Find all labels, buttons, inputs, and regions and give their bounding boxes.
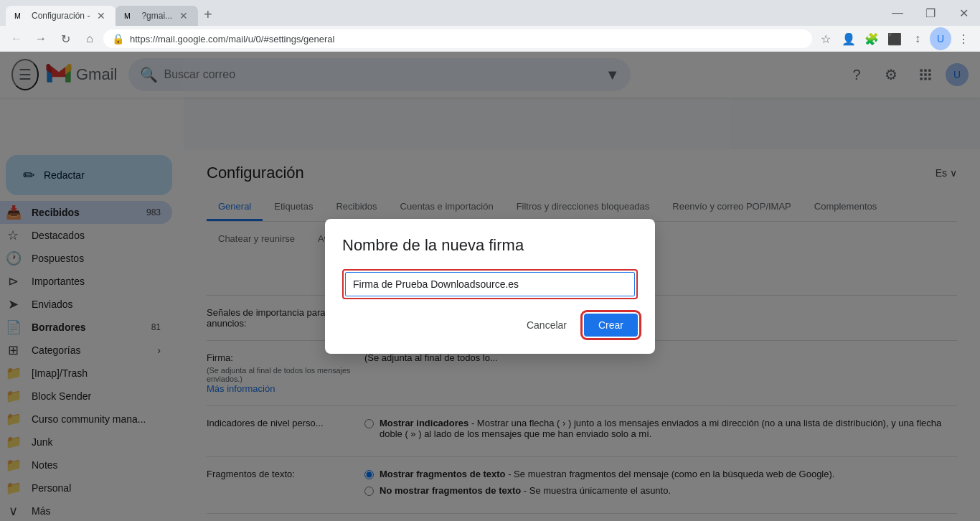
new-tab-button[interactable]: + [198,6,218,23]
maximize-button[interactable]: ❐ [914,0,947,26]
firma-name-input[interactable] [345,272,635,296]
bookmark-button[interactable]: ☆ [815,28,837,50]
dialog-title: Nombre de la nueva firma [342,236,638,255]
tab-close-2[interactable]: ✕ [178,10,189,22]
tab-gmail[interactable]: M ?gmai... ✕ [116,6,198,26]
create-button[interactable]: Crear [584,314,638,337]
reload-button[interactable]: ↻ [55,28,76,50]
tab-title-1: Configuración - [32,11,90,21]
window-controls: — ❐ ✕ [881,0,980,26]
back-button[interactable]: ← [6,28,27,50]
tab-close-1[interactable]: ✕ [95,10,107,22]
user-avatar-button[interactable]: U [930,28,951,50]
dialog-actions: Cancelar Crear [342,314,638,337]
svg-text:M: M [14,11,21,20]
tab-configuracion[interactable]: M Configuración - ✕ [6,6,116,26]
address-url: https://mail.google.com/mail/u/0/#settin… [130,34,804,44]
close-button[interactable]: ✕ [947,0,980,26]
dialog-input-wrapper [342,269,638,299]
browser-avatar: U [930,27,951,50]
tab-favicon-2: M [124,10,136,22]
forward-button[interactable]: → [30,28,52,50]
svg-text:M: M [124,11,131,20]
dialog-overlay: Nombre de la nueva firma Cancelar Crear [0,52,980,521]
extension1-button[interactable]: 🧩 [861,28,882,50]
extension2-button[interactable]: ⬛ [884,28,905,50]
home-button[interactable]: ⌂ [79,28,100,50]
address-bar[interactable]: 🔒 https://mail.google.com/mail/u/0/#sett… [103,29,812,48]
nueva-firma-dialog: Nombre de la nueva firma Cancelar Crear [325,219,655,354]
lock-icon: 🔒 [112,33,124,44]
tab-favicon-1: M [14,10,26,22]
cancel-button[interactable]: Cancelar [515,314,578,337]
extension3-button[interactable]: ↕ [907,28,928,50]
menu-button[interactable]: ⋮ [953,28,974,50]
profile-button[interactable]: 👤 [838,28,859,50]
minimize-button[interactable]: — [881,0,914,26]
tab-title-2: ?gmai... [141,11,172,21]
